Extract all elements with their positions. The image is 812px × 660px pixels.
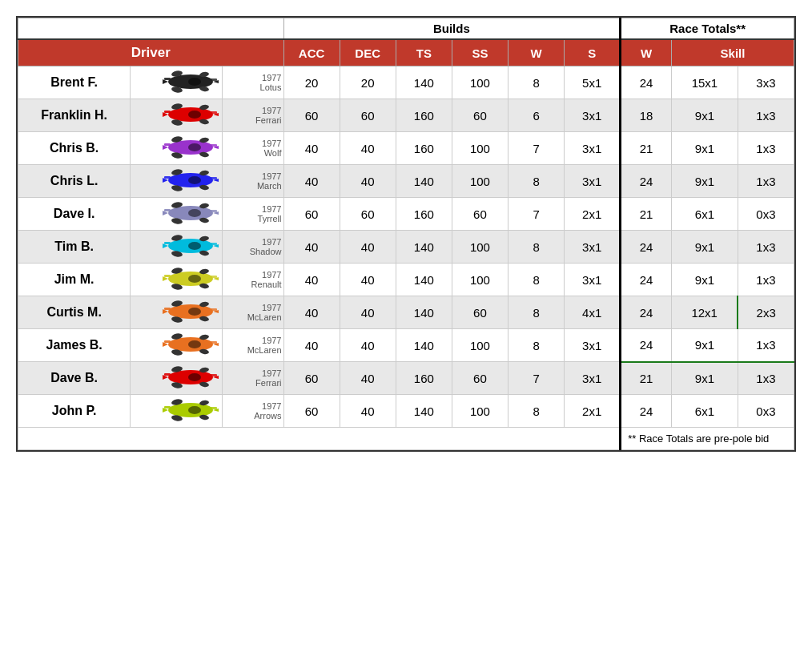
footnote-cell: ** Race Totals are pre-pole bid	[621, 428, 794, 450]
svg-rect-55	[164, 242, 171, 244]
car-image-cell	[131, 329, 223, 362]
col-ts-cell: 160	[396, 362, 452, 395]
col-ss-cell: 60	[452, 362, 508, 395]
svg-point-83	[188, 340, 201, 348]
svg-rect-34	[209, 177, 217, 179]
col-dec-cell: 40	[340, 264, 396, 296]
col-dec-cell: 20	[340, 66, 396, 99]
skill1-cell: 6x1	[672, 198, 738, 231]
col-ts-cell: 140	[396, 296, 452, 329]
col-acc-cell: 40	[283, 264, 340, 296]
table-row: Tim B. 1977Shadow404014010083x1249x11x3	[18, 231, 794, 264]
car-image-cell	[131, 362, 223, 395]
car-model-cell: 1977Lotus	[223, 66, 284, 99]
col-w-cell: 6	[509, 99, 565, 132]
car-model-cell: 1977Tyrrell	[223, 198, 284, 231]
col-dec-cell: 60	[340, 198, 396, 231]
col-ts-cell: 140	[396, 329, 452, 362]
col-ss-cell: 100	[452, 165, 508, 198]
race-w-cell: 21	[621, 362, 672, 395]
race-w-cell: 21	[621, 132, 672, 165]
svg-point-23	[188, 143, 201, 151]
svg-rect-4	[209, 78, 217, 81]
car-image-cell	[131, 231, 223, 264]
col-w-cell: 8	[509, 395, 565, 428]
col-ss-cell: 60	[452, 198, 508, 231]
svg-rect-95	[164, 373, 171, 376]
driver-name-cell: Dave B.	[18, 362, 131, 395]
skill2-cell: 1x3	[738, 165, 794, 198]
svg-rect-104	[209, 407, 217, 409]
col-s-cell: 5x1	[565, 66, 621, 99]
table-row: James B. 1977McLaren404014010083x1249x11…	[18, 329, 794, 362]
table-row: Curtis M. 1977McLaren40401406084x12412x1…	[18, 296, 794, 329]
svg-rect-15	[164, 111, 171, 113]
table-row: Dave B. 1977Ferrari60401606073x1219x11x3	[18, 362, 794, 395]
col-ts: TS	[396, 39, 452, 66]
svg-rect-44	[209, 210, 217, 212]
svg-point-33	[188, 176, 201, 184]
col-s-cell: 3x1	[565, 99, 621, 132]
svg-rect-84	[209, 341, 217, 344]
empty-top-left	[18, 18, 284, 40]
col-w-cell: 7	[509, 132, 565, 165]
col-ss-cell: 100	[452, 329, 508, 362]
col-s-cell: 3x1	[565, 165, 621, 198]
skill2-cell: 3x3	[738, 66, 794, 99]
col-s-cell: 2x1	[565, 395, 621, 428]
col-s-cell: 2x1	[565, 198, 621, 231]
driver-name-cell: James B.	[18, 329, 131, 362]
col-acc-cell: 60	[283, 395, 340, 428]
svg-rect-25	[164, 143, 171, 146]
svg-point-103	[188, 406, 201, 414]
skill1-cell: 9x1	[672, 231, 738, 264]
car-model-cell: 1977McLaren	[223, 329, 284, 362]
svg-point-93	[188, 373, 201, 381]
svg-rect-45	[164, 209, 171, 211]
driver-name-cell: Chris B.	[18, 132, 131, 165]
skill2-cell: 1x3	[738, 132, 794, 165]
race-w-cell: 24	[621, 66, 672, 99]
car-model-cell: 1977Shadow	[223, 231, 284, 264]
col-s-cell: 3x1	[565, 362, 621, 395]
svg-rect-75	[164, 308, 171, 310]
col-ss-cell: 100	[452, 66, 508, 99]
col-acc-cell: 60	[283, 198, 340, 231]
svg-rect-35	[164, 176, 171, 179]
driver-name-cell: Dave I.	[18, 198, 131, 231]
col-ss-cell: 60	[452, 296, 508, 329]
svg-rect-94	[209, 374, 217, 376]
col-s-cell: 3x1	[565, 231, 621, 264]
skill2-cell: 1x3	[738, 362, 794, 395]
car-model-cell: 1977Wolf	[223, 132, 284, 165]
col-ss-cell: 100	[452, 395, 508, 428]
skill1-cell: 12x1	[672, 296, 738, 329]
skill1-cell: 9x1	[672, 329, 738, 362]
car-image-cell	[131, 296, 223, 329]
car-image-cell	[131, 395, 223, 428]
skill1-cell: 6x1	[672, 395, 738, 428]
footer-row: ** Race Totals are pre-pole bid	[18, 428, 794, 450]
col-w-cell: 8	[509, 165, 565, 198]
col-ss-cell: 100	[452, 264, 508, 296]
driver-name-cell: John P.	[18, 395, 131, 428]
svg-point-63	[188, 275, 201, 283]
table-row: Franklin H. 1977Ferrari60601606063x1189x…	[18, 99, 794, 132]
race-w-cell: 24	[621, 329, 672, 362]
col-ts-cell: 140	[396, 264, 452, 296]
svg-point-13	[188, 111, 201, 119]
race-w-cell: 18	[621, 99, 672, 132]
col-w-cell: 8	[509, 329, 565, 362]
skill1-cell: 9x1	[672, 132, 738, 165]
car-image-cell	[131, 198, 223, 231]
col-acc-cell: 40	[283, 231, 340, 264]
car-image-cell	[131, 66, 223, 99]
svg-point-53	[188, 242, 201, 250]
skill1-cell: 15x1	[672, 66, 738, 99]
driver-name-cell: Tim B.	[18, 231, 131, 264]
col-acc-cell: 60	[283, 362, 340, 395]
col-acc-cell: 20	[283, 66, 340, 99]
col-w-cell: 8	[509, 66, 565, 99]
svg-rect-64	[209, 276, 217, 278]
col-w: W	[509, 39, 565, 66]
